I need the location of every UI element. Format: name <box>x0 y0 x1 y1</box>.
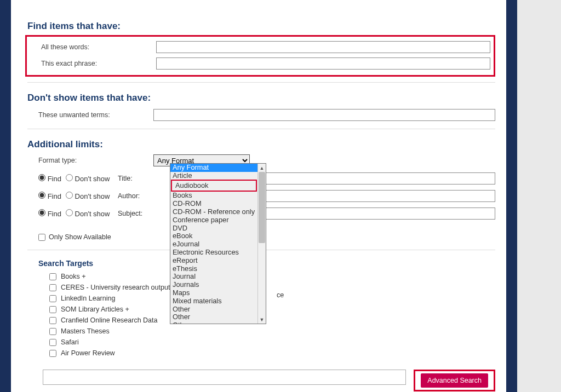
format-option[interactable]: Journals <box>170 281 257 289</box>
scroll-up-icon[interactable]: ▲ <box>258 164 266 172</box>
format-option[interactable]: Electronic Resources <box>170 249 257 257</box>
format-option[interactable]: Other <box>170 305 257 314</box>
format-option[interactable]: Other <box>170 321 257 324</box>
format-option-highlight[interactable]: Audiobook <box>171 180 257 192</box>
advanced-search-button[interactable]: Advanced Search <box>421 373 488 388</box>
format-option[interactable]: Other <box>170 313 257 321</box>
format-option[interactable]: eJournal <box>170 240 257 249</box>
format-type-listbox[interactable]: Any FormatArticleAudiobookBooksCD-ROMCD-… <box>170 163 266 324</box>
title-field-label: Title: <box>118 175 151 182</box>
search-target-label: Cranfield Online Research Data <box>61 316 157 324</box>
obscured-text-fragment: ce <box>277 291 284 299</box>
format-option[interactable]: Maps <box>170 289 257 297</box>
listbox-scrollbar[interactable]: ▲ ▼ <box>257 164 266 324</box>
exact-phrase-label: This exact phrase: <box>30 60 156 67</box>
format-option[interactable]: Books <box>170 192 257 200</box>
search-target-label: LinkedIn Learning <box>61 295 115 302</box>
search-target-item: CERES - University research output <box>49 282 495 293</box>
all-words-label: All these words: <box>30 43 156 51</box>
search-target-item: Cranfield Online Research Data <box>49 315 495 326</box>
scroll-down-icon[interactable]: ▼ <box>258 315 266 324</box>
search-target-checkbox[interactable] <box>49 317 56 324</box>
search-target-label: SOM Library Articles + <box>61 305 129 313</box>
exact-phrase-input[interactable] <box>156 57 490 70</box>
unwanted-label: These unwanted terms: <box>27 111 153 119</box>
title-dontshow-radio[interactable] <box>66 174 73 181</box>
divider <box>27 82 495 83</box>
all-words-input[interactable] <box>156 41 490 53</box>
search-target-label: CERES - University research output <box>61 284 170 291</box>
divider <box>27 129 495 129</box>
format-option[interactable]: eThesis <box>170 265 257 273</box>
subject-find-radio[interactable] <box>38 209 45 216</box>
format-option[interactable]: eBook <box>170 232 257 240</box>
format-option[interactable]: Article <box>170 172 257 180</box>
only-available-checkbox[interactable] <box>38 234 45 241</box>
search-target-item: LinkedIn Learning <box>49 293 495 304</box>
find-section-title: Find items that have: <box>27 21 495 32</box>
search-target-checkbox[interactable] <box>49 295 56 302</box>
search-target-item: Safari <box>49 337 495 348</box>
subject-field-label: Subject: <box>118 210 151 217</box>
author-input[interactable] <box>260 190 495 202</box>
scroll-thumb[interactable] <box>259 172 265 243</box>
format-option[interactable]: CD-ROM <box>170 200 257 208</box>
format-option[interactable]: Conference paper <box>170 216 257 224</box>
search-target-checkbox[interactable] <box>49 339 56 346</box>
format-option[interactable]: eReport <box>170 257 257 265</box>
title-input[interactable] <box>260 172 495 185</box>
format-option[interactable]: Any Format <box>170 164 257 172</box>
format-option[interactable]: Mixed materials <box>170 297 257 305</box>
find-label: Find <box>48 175 61 183</box>
dontshow-label: Don't show <box>75 175 110 183</box>
search-target-label: Masters Theses <box>61 327 110 335</box>
author-find-radio[interactable] <box>38 192 45 199</box>
search-target-item: Masters Theses <box>49 326 495 337</box>
search-target-checkbox[interactable] <box>49 273 56 280</box>
search-target-item: Books + <box>49 271 495 282</box>
format-option[interactable]: DVD <box>170 224 257 233</box>
search-target-label: Books + <box>61 273 86 280</box>
search-target-label: Air Power Review <box>61 349 115 357</box>
subject-dontshow-radio[interactable] <box>66 209 73 216</box>
format-option[interactable]: Journal <box>170 273 257 281</box>
author-field-label: Author: <box>118 192 151 200</box>
search-target-checkbox[interactable] <box>49 350 56 357</box>
search-target-checkbox[interactable] <box>49 306 56 313</box>
dont-show-section-title: Don't show items that have: <box>27 93 495 103</box>
author-dontshow-radio[interactable] <box>66 192 73 199</box>
only-available-label: Only Show Available <box>49 233 111 241</box>
find-fields-highlight: All these words: This exact phrase: <box>25 35 495 77</box>
search-target-item: Air Power Review <box>49 348 495 359</box>
limits-section-title: Additional limits: <box>27 139 495 150</box>
format-option[interactable]: CD-ROM - Reference only <box>170 208 257 216</box>
search-target-checkbox[interactable] <box>49 284 56 291</box>
search-target-item: SOM Library Articles + <box>49 304 495 315</box>
search-target-checkbox[interactable] <box>49 328 56 335</box>
format-option[interactable]: Audiobook <box>173 182 255 190</box>
advanced-search-highlight: Advanced Search <box>414 370 495 391</box>
format-type-label: Format type: <box>27 157 153 164</box>
search-target-label: Safari <box>61 338 79 346</box>
bottom-search-input[interactable] <box>43 370 406 385</box>
title-find-radio[interactable] <box>38 174 45 181</box>
subject-input[interactable] <box>260 207 495 220</box>
unwanted-input[interactable] <box>153 109 495 121</box>
